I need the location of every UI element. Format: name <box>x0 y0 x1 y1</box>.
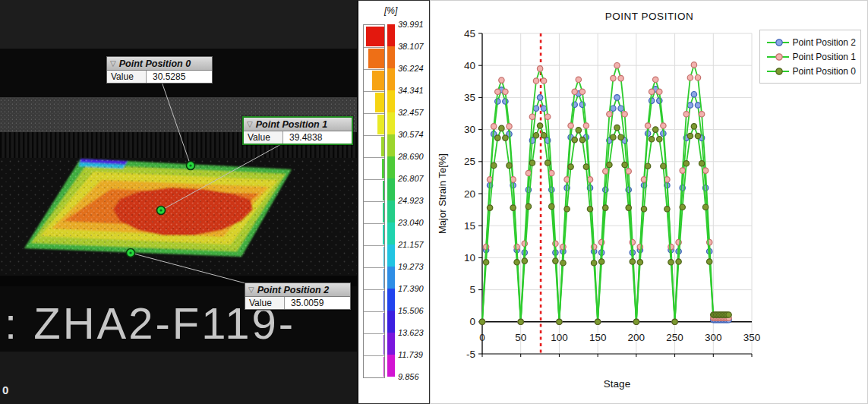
data-point-marker[interactable] <box>510 205 516 210</box>
data-point-marker[interactable] <box>483 260 488 265</box>
data-point-marker[interactable] <box>564 207 570 212</box>
chart-legend[interactable]: Point Position 2Point Position 1Point Po… <box>759 30 861 84</box>
data-point-marker[interactable] <box>599 259 604 264</box>
data-point-marker[interactable] <box>533 106 538 111</box>
data-point-marker[interactable] <box>607 112 612 117</box>
data-point-marker[interactable] <box>603 205 608 210</box>
data-point-marker[interactable] <box>653 127 658 132</box>
data-point-marker[interactable] <box>611 106 616 111</box>
data-point-marker[interactable] <box>614 95 620 100</box>
data-point-marker[interactable] <box>545 114 551 119</box>
collapse-triangle-icon[interactable]: ▽ <box>247 121 253 128</box>
data-point-marker[interactable] <box>560 260 566 266</box>
data-point-marker[interactable] <box>637 244 642 249</box>
data-point-marker[interactable] <box>541 133 546 138</box>
data-point-marker[interactable] <box>637 260 642 265</box>
data-point-marker[interactable] <box>618 134 623 140</box>
data-point-marker[interactable] <box>568 123 573 128</box>
data-point-marker[interactable] <box>611 134 616 140</box>
data-point-marker[interactable] <box>699 161 704 166</box>
data-point-marker[interactable] <box>487 205 492 210</box>
data-point-marker[interactable] <box>622 162 627 167</box>
data-point-marker[interactable] <box>541 78 546 84</box>
data-point-marker[interactable] <box>579 137 585 142</box>
data-point-marker[interactable] <box>661 163 666 169</box>
data-point-marker[interactable] <box>687 133 693 138</box>
data-point-marker[interactable] <box>672 319 677 324</box>
data-point-marker[interactable] <box>680 168 685 173</box>
data-point-marker[interactable] <box>583 123 589 128</box>
legend-item[interactable]: Point Position 0 <box>766 64 856 78</box>
data-point-marker[interactable] <box>683 161 689 166</box>
data-point-marker[interactable] <box>707 259 712 264</box>
data-point-marker[interactable] <box>641 207 646 212</box>
data-point-marker[interactable] <box>495 89 500 94</box>
data-point-marker[interactable] <box>618 75 623 80</box>
annotation-header[interactable]: ▽ Point Position 0 <box>107 57 212 71</box>
data-point-marker[interactable] <box>645 123 650 128</box>
data-point-marker[interactable] <box>549 204 554 209</box>
data-point-marker[interactable] <box>587 207 592 212</box>
data-point-marker[interactable] <box>622 112 627 117</box>
data-point-marker[interactable] <box>591 260 596 266</box>
data-point-marker[interactable] <box>553 258 558 264</box>
data-point-marker[interactable] <box>491 124 497 129</box>
data-point-marker[interactable] <box>507 163 512 168</box>
data-point-marker[interactable] <box>537 95 542 100</box>
data-point-marker[interactable] <box>533 133 538 138</box>
data-point-marker[interactable] <box>668 260 674 265</box>
data-point-marker[interactable] <box>687 103 693 108</box>
data-point-marker[interactable] <box>668 244 674 249</box>
data-point-marker[interactable] <box>695 103 700 108</box>
data-point-marker[interactable] <box>541 106 546 111</box>
data-point-marker[interactable] <box>680 204 685 210</box>
data-point-marker[interactable] <box>572 89 577 94</box>
data-point-marker[interactable] <box>691 124 696 129</box>
data-point-marker[interactable] <box>649 98 654 103</box>
legend-item[interactable]: Point Position 1 <box>766 49 856 64</box>
data-point-marker[interactable] <box>526 170 531 175</box>
data-point-marker[interactable] <box>695 75 700 80</box>
data-point-marker[interactable] <box>702 168 708 173</box>
data-point-marker[interactable] <box>572 137 577 142</box>
data-point-marker[interactable] <box>583 164 589 169</box>
data-point-marker[interactable] <box>664 207 670 212</box>
data-point-marker[interactable] <box>595 319 600 324</box>
data-point-marker[interactable] <box>514 244 519 249</box>
data-point-marker[interactable] <box>618 106 623 111</box>
data-point-marker[interactable] <box>579 89 585 94</box>
data-point-marker[interactable] <box>699 112 704 117</box>
data-point-marker[interactable] <box>607 162 612 167</box>
data-point-marker[interactable] <box>479 319 485 324</box>
colorbar[interactable] <box>387 24 395 378</box>
collapse-triangle-icon[interactable]: ▽ <box>110 60 116 68</box>
data-point-marker[interactable] <box>633 319 639 324</box>
data-point-marker[interactable] <box>514 260 519 265</box>
data-point-marker[interactable] <box>676 259 681 264</box>
data-point-marker[interactable] <box>695 133 700 138</box>
data-point-marker[interactable] <box>645 163 650 169</box>
data-point-marker[interactable] <box>691 92 696 97</box>
data-point-marker[interactable] <box>611 75 616 80</box>
data-point-marker[interactable] <box>653 77 658 82</box>
data-point-marker[interactable] <box>726 312 731 317</box>
data-point-marker[interactable] <box>657 98 662 103</box>
collapse-triangle-icon[interactable]: ▽ <box>248 286 254 294</box>
data-point-marker[interactable] <box>649 137 654 142</box>
annotation-point-position-2[interactable]: ▽ Point Position 2 Value 35.0059 <box>245 282 351 310</box>
data-point-marker[interactable] <box>702 204 708 210</box>
data-point-marker[interactable] <box>603 169 608 174</box>
data-point-marker[interactable] <box>549 170 554 175</box>
legend-item[interactable]: Point Position 2 <box>766 35 856 49</box>
annotation-header[interactable]: ▽ Point Position 2 <box>245 283 350 297</box>
data-point-marker[interactable] <box>537 66 542 71</box>
annotation-point-position-0[interactable]: ▽ Point Position 0 Value 30.5285 <box>106 56 213 84</box>
data-point-marker[interactable] <box>537 123 542 128</box>
data-point-marker[interactable] <box>576 77 581 82</box>
data-point-marker[interactable] <box>522 258 527 264</box>
data-point-marker[interactable] <box>503 135 508 140</box>
data-point-marker[interactable] <box>630 259 635 264</box>
annotation-point-position-1[interactable]: ▽ Point Position 1 Value 39.4838 <box>242 116 353 145</box>
data-point-marker[interactable] <box>657 137 662 142</box>
data-point-marker[interactable] <box>657 89 662 94</box>
